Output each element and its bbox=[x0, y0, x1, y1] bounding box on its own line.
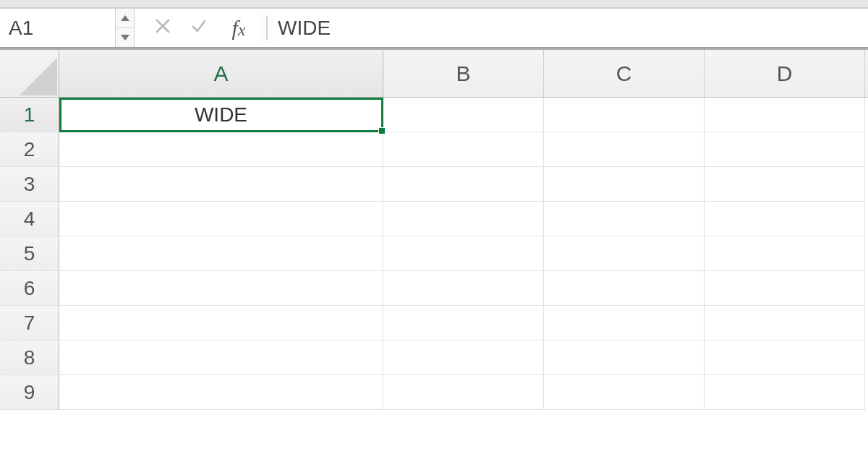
row-header-2[interactable]: 2 bbox=[0, 132, 59, 167]
cell-A8[interactable] bbox=[59, 340, 383, 375]
stepper-down-icon[interactable] bbox=[116, 27, 134, 47]
cell-A6[interactable] bbox=[59, 271, 383, 306]
x-icon bbox=[154, 17, 171, 40]
cell-C3[interactable] bbox=[544, 167, 705, 202]
formula-bar-gap bbox=[135, 9, 145, 47]
row-label: 7 bbox=[24, 312, 35, 335]
row-header-8[interactable]: 8 bbox=[0, 340, 59, 375]
row-label: 6 bbox=[24, 277, 35, 300]
cell-A3[interactable] bbox=[59, 167, 383, 202]
cell-D6[interactable] bbox=[705, 271, 865, 306]
cell-B6[interactable] bbox=[383, 271, 544, 306]
spreadsheet-app: A1 fx WIDE bbox=[0, 0, 868, 454]
cell-C8[interactable] bbox=[544, 340, 705, 375]
svg-marker-1 bbox=[121, 35, 129, 40]
fx-icon: fx bbox=[232, 16, 246, 40]
cell-A9[interactable] bbox=[59, 375, 383, 410]
cell-C5[interactable] bbox=[544, 236, 705, 271]
row-1: 1 WIDE bbox=[0, 98, 868, 132]
cell-B3[interactable] bbox=[383, 167, 544, 202]
cell-value: WIDE bbox=[195, 103, 247, 127]
name-box[interactable]: A1 bbox=[0, 9, 116, 47]
cell-C1[interactable] bbox=[544, 98, 705, 132]
row-header-6[interactable]: 6 bbox=[0, 271, 59, 306]
column-header-D[interactable]: D bbox=[705, 50, 865, 97]
formula-bar-separator bbox=[266, 16, 268, 40]
column-headers: A B C D bbox=[0, 50, 868, 98]
column-header-C[interactable]: C bbox=[544, 50, 705, 97]
enter-button[interactable] bbox=[181, 9, 217, 47]
formula-bar: A1 fx WIDE bbox=[0, 8, 868, 48]
cell-C4[interactable] bbox=[544, 202, 705, 236]
cell-D9[interactable] bbox=[705, 375, 865, 410]
cell-D3[interactable] bbox=[705, 167, 865, 202]
cell-A4[interactable] bbox=[59, 202, 383, 236]
cell-B4[interactable] bbox=[383, 202, 544, 236]
formula-value: WIDE bbox=[278, 17, 331, 40]
cell-B1[interactable] bbox=[383, 98, 544, 132]
cell-B7[interactable] bbox=[383, 306, 544, 340]
row-header-7[interactable]: 7 bbox=[0, 306, 59, 340]
cell-B5[interactable] bbox=[383, 236, 544, 271]
row-label: 2 bbox=[24, 138, 35, 161]
name-box-dropdown[interactable] bbox=[116, 9, 135, 47]
cell-D1[interactable] bbox=[705, 98, 865, 132]
cell-B9[interactable] bbox=[383, 375, 544, 410]
cell-C7[interactable] bbox=[544, 306, 705, 340]
cell-C6[interactable] bbox=[544, 271, 705, 306]
column-header-A[interactable]: A bbox=[59, 50, 383, 97]
cell-D4[interactable] bbox=[705, 202, 865, 236]
row-label: 4 bbox=[24, 207, 35, 231]
row-6: 6 bbox=[0, 271, 868, 306]
column-header-B[interactable]: B bbox=[383, 50, 544, 97]
row-label: 1 bbox=[24, 103, 35, 127]
cell-A1[interactable]: WIDE bbox=[59, 98, 383, 132]
row-7: 7 bbox=[0, 306, 868, 340]
cell-B2[interactable] bbox=[383, 132, 544, 167]
stepper-up-icon[interactable] bbox=[116, 9, 134, 27]
row-8: 8 bbox=[0, 340, 868, 375]
row-label: 9 bbox=[24, 381, 35, 404]
formula-input[interactable]: WIDE bbox=[273, 9, 868, 47]
row-header-9[interactable]: 9 bbox=[0, 375, 59, 410]
column-label: A bbox=[213, 61, 228, 86]
column-label: D bbox=[777, 61, 793, 86]
column-label: C bbox=[616, 61, 632, 86]
row-9: 9 bbox=[0, 375, 868, 410]
grid-rows: 1 WIDE 2 3 4 bbox=[0, 98, 868, 410]
row-label: 8 bbox=[24, 346, 35, 369]
cell-D7[interactable] bbox=[705, 306, 865, 340]
cell-D8[interactable] bbox=[705, 340, 865, 375]
row-header-1[interactable]: 1 bbox=[0, 98, 59, 132]
row-label: 5 bbox=[24, 242, 35, 265]
row-label: 3 bbox=[24, 173, 35, 196]
insert-function-button[interactable]: fx bbox=[217, 9, 260, 47]
cell-C2[interactable] bbox=[544, 132, 705, 167]
row-header-4[interactable]: 4 bbox=[0, 202, 59, 236]
cell-A7[interactable] bbox=[59, 306, 383, 340]
cell-A2[interactable] bbox=[59, 132, 383, 167]
worksheet[interactable]: A B C D 1 WIDE 2 3 bbox=[0, 48, 868, 454]
row-header-5[interactable]: 5 bbox=[0, 236, 59, 271]
svg-marker-0 bbox=[121, 15, 129, 21]
name-box-value: A1 bbox=[9, 17, 33, 40]
cell-B8[interactable] bbox=[383, 340, 544, 375]
row-2: 2 bbox=[0, 132, 868, 167]
ribbon-spacer bbox=[0, 0, 868, 8]
row-5: 5 bbox=[0, 236, 868, 271]
row-3: 3 bbox=[0, 167, 868, 202]
check-icon bbox=[190, 17, 208, 40]
cancel-button[interactable] bbox=[145, 9, 181, 47]
cell-A5[interactable] bbox=[59, 236, 383, 271]
cell-C9[interactable] bbox=[544, 375, 705, 410]
row-4: 4 bbox=[0, 202, 868, 236]
select-all-corner[interactable] bbox=[0, 50, 59, 97]
cell-D5[interactable] bbox=[705, 236, 865, 271]
column-label: B bbox=[456, 61, 470, 86]
row-header-3[interactable]: 3 bbox=[0, 167, 59, 202]
cell-D2[interactable] bbox=[705, 132, 865, 167]
